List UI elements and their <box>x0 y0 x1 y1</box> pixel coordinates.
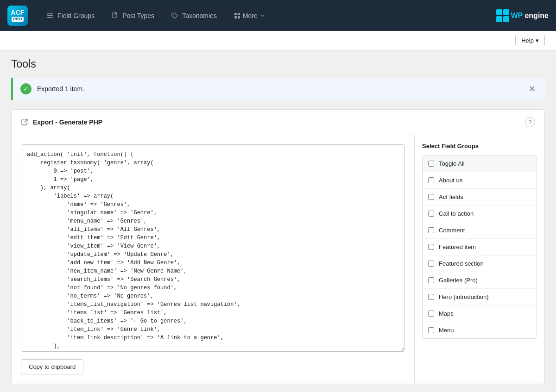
notice-text: Exported 1 item. <box>37 85 521 93</box>
nav-taxonomies-label: Taxonomies <box>182 12 217 19</box>
checkbox-about-us[interactable] <box>428 177 434 183</box>
export-help-icon[interactable]: ? <box>525 117 535 127</box>
nav-item-taxonomies[interactable]: Taxonomies <box>164 8 224 23</box>
field-group-item-comment[interactable]: Comment <box>423 222 537 239</box>
help-dropdown-icon: ▾ <box>536 37 539 44</box>
nav-items: Field Groups Post Types Taxonomies <box>39 8 496 23</box>
svg-rect-8 <box>234 13 237 15</box>
two-column-layout: Copy to clipboard Select Field Groups To… <box>12 135 544 384</box>
label-comment: Comment <box>439 227 465 234</box>
page-title: Tools <box>11 58 545 70</box>
acf-logo[interactable]: ACF PRO <box>7 6 28 26</box>
field-group-item-galleries-pro[interactable]: Galleries (Pro) <box>423 272 537 289</box>
export-title: Export - Generate PHP <box>21 118 102 126</box>
external-link-icon <box>21 118 28 126</box>
label-acf-fields: Acf fields <box>439 193 463 200</box>
logo-acf-text: ACF <box>11 9 25 16</box>
field-group-item-maps[interactable]: Maps <box>423 305 537 322</box>
label-galleries-pro: Galleries (Pro) <box>439 277 478 284</box>
checkbox-maps[interactable] <box>428 311 434 317</box>
nav-post-types-label: Post Types <box>122 12 154 19</box>
svg-rect-9 <box>238 13 240 15</box>
help-button[interactable]: Help ▾ <box>515 35 545 46</box>
svg-rect-11 <box>238 16 240 19</box>
wp-engine-grid-icon <box>496 9 509 22</box>
toggle-all-checkbox[interactable] <box>428 161 434 167</box>
checkbox-hero-introduction[interactable] <box>428 294 434 300</box>
svg-rect-1 <box>47 15 53 16</box>
nav-field-groups-label: Field Groups <box>57 12 95 19</box>
field-group-item-call-to-action[interactable]: Call to action <box>423 205 537 222</box>
checkbox-acf-fields[interactable] <box>428 194 434 200</box>
svg-rect-0 <box>47 13 53 14</box>
field-group-item-hero-introduction[interactable]: Hero (introduction) <box>423 289 537 305</box>
field-group-toggle-all[interactable]: Toggle All <box>423 156 537 172</box>
label-hero-introduction: Hero (introduction) <box>439 293 489 300</box>
checkbox-featured-section[interactable] <box>428 261 434 267</box>
nav-right: WP engine <box>496 9 549 22</box>
svg-point-7 <box>173 14 174 15</box>
svg-rect-2 <box>47 17 53 18</box>
export-panel: Export - Generate PHP ? Copy to clipboar… <box>11 109 545 384</box>
main-area: Tools ✓ Exported 1 item. ✕ Export - Gene… <box>0 50 556 392</box>
tag-icon <box>171 12 178 19</box>
export-title-text: Export - Generate PHP <box>33 118 102 126</box>
field-groups-list: Toggle All About us Acf fields <box>422 155 537 339</box>
toggle-all-label: Toggle All <box>439 160 465 167</box>
help-label: Help <box>521 37 534 44</box>
list-icon <box>46 12 54 19</box>
checkbox-call-to-action[interactable] <box>428 211 434 217</box>
field-group-item-featured-section[interactable]: Featured section <box>423 255 537 272</box>
sidebar-column: Select Field Groups Toggle All About us <box>415 135 544 384</box>
success-notice: ✓ Exported 1 item. ✕ <box>11 78 545 100</box>
top-navigation: ACF PRO Field Groups Post Types <box>0 0 556 31</box>
grid-icon <box>234 12 241 19</box>
help-bar: Help ▾ <box>0 31 556 50</box>
svg-rect-4 <box>115 12 117 14</box>
field-group-item-featured-item[interactable]: Featured item <box>423 239 537 255</box>
nav-more-label: More <box>243 12 258 19</box>
field-group-item-about-us[interactable]: About us <box>423 172 537 189</box>
copy-to-clipboard-button[interactable]: Copy to clipboard <box>21 359 83 374</box>
checkbox-menu[interactable] <box>428 327 434 333</box>
wp-engine-text: WP engine <box>511 12 549 20</box>
checkbox-galleries-pro[interactable] <box>428 277 434 283</box>
logo-pro-badge: PRO <box>12 17 24 22</box>
code-textarea[interactable] <box>21 144 405 352</box>
chevron-down-icon <box>259 13 265 19</box>
label-maps: Maps <box>439 310 454 317</box>
checkbox-comment[interactable] <box>428 227 434 233</box>
nav-item-more[interactable]: More <box>226 8 272 23</box>
select-field-groups-title: Select Field Groups <box>422 143 537 149</box>
code-column: Copy to clipboard <box>12 135 415 384</box>
document-icon <box>111 12 119 19</box>
label-featured-item: Featured item <box>439 243 476 250</box>
nav-item-field-groups[interactable]: Field Groups <box>39 8 102 23</box>
field-group-item-menu[interactable]: Menu <box>423 322 537 338</box>
field-group-item-acf-fields[interactable]: Acf fields <box>423 189 537 205</box>
svg-rect-10 <box>234 16 237 19</box>
notice-close-button[interactable]: ✕ <box>527 85 537 93</box>
label-menu: Menu <box>439 327 454 334</box>
checkbox-featured-item[interactable] <box>428 244 434 250</box>
nav-item-post-types[interactable]: Post Types <box>104 8 162 23</box>
label-about-us: About us <box>439 177 462 184</box>
wp-engine-logo: WP engine <box>496 9 549 22</box>
label-call-to-action: Call to action <box>439 210 474 217</box>
export-header: Export - Generate PHP ? <box>12 110 544 135</box>
label-featured-section: Featured section <box>439 260 484 267</box>
success-icon: ✓ <box>20 83 32 94</box>
